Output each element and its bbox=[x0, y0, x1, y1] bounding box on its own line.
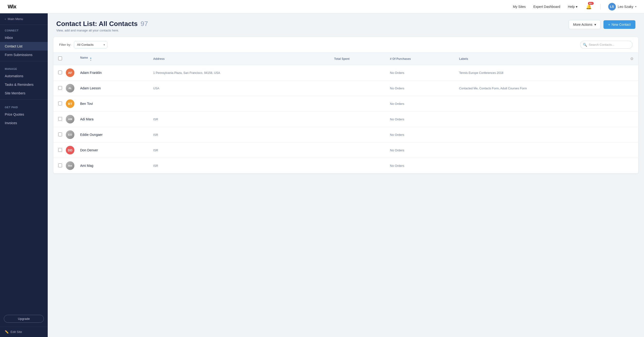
expert-dashboard-link[interactable]: Expert Dashboard bbox=[533, 5, 560, 8]
page-title-count: 97 bbox=[140, 20, 148, 28]
filter-bar: Filter by: All Contacts 🔍 bbox=[54, 37, 638, 53]
row-labels-cell bbox=[455, 96, 638, 111]
contact-labels: Tennis Europe Conferences 2018 bbox=[459, 71, 504, 75]
th-select-all[interactable] bbox=[54, 53, 64, 65]
row-name-cell[interactable]: Adam Franklin bbox=[76, 65, 149, 80]
user-menu-button[interactable]: LS Leo Szaky ▾ bbox=[608, 3, 636, 10]
contact-avatar: AF bbox=[66, 68, 74, 77]
sidebar-item-price-quotes[interactable]: Price Quotes bbox=[0, 110, 48, 119]
edit-site-label: Edit Site bbox=[10, 330, 22, 334]
table-row: Am Ami MagISRNo Orders bbox=[54, 158, 638, 174]
th-name-label: Name bbox=[80, 56, 88, 59]
contact-avatar: EO bbox=[66, 130, 74, 139]
table-settings-button[interactable]: ⚙ bbox=[629, 55, 634, 62]
more-actions-button[interactable]: More Actions ▾ bbox=[569, 20, 600, 29]
contacts-table: Name ▲ ▼ Address Total Spent bbox=[54, 53, 638, 174]
sidebar-back-button[interactable]: ‹ Main Menu bbox=[0, 13, 48, 25]
row-address-cell: ISR bbox=[149, 111, 330, 127]
row-name-cell[interactable]: Ben Tovi bbox=[76, 96, 149, 111]
row-address-cell: ISR bbox=[149, 143, 330, 158]
row-num-purchases-cell: No Orders bbox=[386, 65, 455, 80]
sidebar-item-form-submissions[interactable]: Form Submissions bbox=[0, 50, 48, 59]
sort-up-icon: ▲ bbox=[90, 57, 92, 59]
contact-name: Ami Mag bbox=[80, 164, 93, 168]
sidebar-item-site-members[interactable]: Site Members bbox=[0, 89, 48, 97]
row-num-purchases-cell: No Orders bbox=[386, 80, 455, 96]
th-num-purchases-label: # Of Purchases bbox=[390, 57, 411, 60]
th-address: Address bbox=[149, 53, 330, 65]
table-row: EO Eddie OungaerISRNo Orders bbox=[54, 127, 638, 143]
filter-by-label: Filter by: bbox=[59, 43, 71, 46]
table-header: Name ▲ ▼ Address Total Spent bbox=[54, 53, 638, 65]
th-name[interactable]: Name ▲ ▼ bbox=[76, 53, 149, 65]
row-name-cell[interactable]: Ami Mag bbox=[76, 158, 149, 174]
contacts-tbody: AF Adam Franklin1 Pennsylvania Plaza, Sa… bbox=[54, 65, 638, 174]
table-row: AL Adam LeesonUSANo OrdersContacted Me, … bbox=[54, 80, 638, 96]
contact-num-purchases: No Orders bbox=[390, 102, 404, 106]
page-header: Contact List: All Contacts 97 View, add … bbox=[48, 13, 644, 37]
row-checkbox[interactable] bbox=[58, 163, 62, 167]
row-checkbox-cell bbox=[54, 96, 64, 111]
row-checkbox[interactable] bbox=[58, 132, 62, 136]
notification-badge: 99+ bbox=[588, 2, 594, 5]
th-total-spent-label: Total Spent bbox=[334, 57, 350, 60]
form-submissions-label: Form Submissions bbox=[5, 53, 32, 57]
price-quotes-label: Price Quotes bbox=[5, 112, 24, 116]
notifications-button[interactable]: 🔔 99+ bbox=[585, 3, 593, 10]
row-name-cell[interactable]: Don Denver bbox=[76, 143, 149, 158]
row-checkbox-cell bbox=[54, 80, 64, 96]
sidebar-item-contact-list[interactable]: Contact List bbox=[0, 42, 48, 50]
filter-left: Filter by: All Contacts bbox=[59, 41, 107, 48]
sidebar: ‹ Main Menu Connect Inbox Contact List F… bbox=[0, 13, 48, 337]
select-all-checkbox[interactable] bbox=[58, 56, 62, 60]
contact-num-purchases: No Orders bbox=[390, 148, 404, 152]
sidebar-item-invoices[interactable]: Invoices bbox=[0, 119, 48, 127]
row-name-cell[interactable]: Eddie Oungaer bbox=[76, 127, 149, 143]
avatar: LS bbox=[608, 3, 616, 10]
contact-name: Don Denver bbox=[80, 148, 98, 152]
contact-name: Adam Franklin bbox=[80, 71, 102, 75]
row-checkbox[interactable] bbox=[58, 101, 62, 105]
contact-name: Adam Leeson bbox=[80, 86, 101, 90]
main-content: Contact List: All Contacts 97 View, add … bbox=[48, 13, 644, 337]
row-name-cell[interactable]: Adam Leeson bbox=[76, 80, 149, 96]
new-contact-button[interactable]: + New Contact bbox=[604, 20, 636, 29]
search-input[interactable] bbox=[580, 41, 632, 49]
help-link[interactable]: Help ▾ bbox=[568, 5, 578, 8]
table-container: Filter by: All Contacts 🔍 bbox=[54, 37, 638, 174]
edit-site-button[interactable]: ✏️ Edit Site bbox=[0, 327, 48, 337]
upgrade-button[interactable]: Upgrade bbox=[4, 315, 44, 323]
sidebar-item-automations[interactable]: Automations bbox=[0, 72, 48, 80]
row-labels-cell bbox=[455, 158, 638, 174]
filter-select[interactable]: All Contacts bbox=[74, 41, 107, 48]
page-actions: More Actions ▾ + New Contact bbox=[569, 20, 636, 29]
section-label-get-paid: Get Paid bbox=[0, 101, 48, 110]
sidebar-item-tasks-reminders[interactable]: Tasks & Reminders bbox=[0, 80, 48, 89]
page-title-area: Contact List: All Contacts 97 View, add … bbox=[56, 20, 148, 32]
invoices-label: Invoices bbox=[5, 121, 17, 125]
th-total-spent: Total Spent bbox=[330, 53, 386, 65]
sort-icons: ▲ ▼ bbox=[90, 57, 92, 61]
contact-labels: Contacted Me, Contacts Form, Adult Cours… bbox=[459, 87, 527, 90]
section-label-manage: Manage bbox=[0, 63, 48, 72]
row-avatar-cell: DD bbox=[64, 143, 76, 158]
row-name-cell[interactable]: Adi Mara bbox=[76, 111, 149, 127]
contact-avatar: DD bbox=[66, 146, 74, 154]
th-labels-label: Labels bbox=[459, 57, 468, 60]
my-sites-link[interactable]: My Sites bbox=[513, 5, 526, 8]
row-total-spent-cell bbox=[330, 143, 386, 158]
row-checkbox[interactable] bbox=[58, 117, 62, 121]
page-title-text: Contact List: All Contacts bbox=[56, 20, 138, 28]
th-labels: Labels ⚙ bbox=[455, 53, 638, 65]
contact-name: Ben Tovi bbox=[80, 102, 93, 106]
contact-avatar: AM bbox=[66, 115, 74, 123]
row-checkbox[interactable] bbox=[58, 148, 62, 152]
row-avatar-cell: BT bbox=[64, 96, 76, 111]
row-checkbox[interactable] bbox=[58, 70, 62, 74]
row-checkbox[interactable] bbox=[58, 86, 62, 90]
filter-select-wrap: All Contacts bbox=[74, 41, 107, 48]
sidebar-item-inbox[interactable]: Inbox bbox=[0, 33, 48, 42]
row-total-spent-cell bbox=[330, 80, 386, 96]
table-row: AM Adi MaraISRNo Orders bbox=[54, 111, 638, 127]
row-num-purchases-cell: No Orders bbox=[386, 158, 455, 174]
